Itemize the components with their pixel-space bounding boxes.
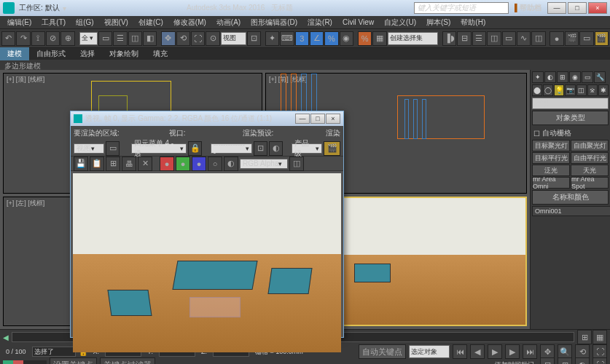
category-dropdown[interactable]: 标准▾ xyxy=(532,98,609,109)
nav-zoom-icon[interactable]: 🔍 xyxy=(558,344,572,359)
next-frame-icon[interactable]: ▶ xyxy=(505,344,520,359)
tab-selection[interactable]: 选择 xyxy=(73,47,102,60)
hierarchy-tab-icon[interactable]: ⊞ xyxy=(557,71,568,83)
redo-icon[interactable]: ↷ xyxy=(16,31,30,46)
object-name-input[interactable] xyxy=(532,206,610,216)
spacewarps-icon[interactable]: ※ xyxy=(587,84,598,96)
link-icon[interactable]: ⟟ xyxy=(31,31,45,46)
edit-selset-icon[interactable]: % xyxy=(358,31,372,46)
keyboard-icon[interactable]: ⌨ xyxy=(280,31,294,46)
prev-frame-icon[interactable]: ◀ xyxy=(470,344,485,359)
window-crossing-icon[interactable]: ◧ xyxy=(143,31,157,46)
render-setup-icon[interactable]: 🎬 xyxy=(565,31,579,46)
render-min-button[interactable]: — xyxy=(295,114,310,124)
render-env-icon[interactable]: ◐ xyxy=(269,141,283,156)
lights-icon[interactable]: 💡 xyxy=(554,84,564,96)
undo-icon[interactable]: ↶ xyxy=(1,31,15,46)
name-color-rollout[interactable]: 名称和颜色 xyxy=(532,190,609,205)
nav2-4-icon[interactable]: ⛶ xyxy=(593,357,607,364)
layers-icon[interactable]: ☰ xyxy=(472,31,486,46)
render-region-icon[interactable]: ▭ xyxy=(106,141,120,156)
help-link[interactable]: ▌帮助档 xyxy=(515,3,541,13)
clear-icon[interactable]: ✕ xyxy=(138,157,152,171)
schematic-icon[interactable]: ◫ xyxy=(531,31,545,46)
menu-group[interactable]: 组(G) xyxy=(71,16,98,29)
minimize-button[interactable]: — xyxy=(547,2,566,14)
select-region-icon[interactable]: ◫ xyxy=(128,31,142,46)
pivot-icon[interactable]: ⊡ xyxy=(247,31,261,46)
bind-icon[interactable]: ⊕ xyxy=(60,31,74,46)
spinner-snap-icon[interactable]: ◉ xyxy=(340,31,353,46)
layer-explorer-icon[interactable]: ◫ xyxy=(487,31,501,46)
render-area-dropdown[interactable]: 视图 ▾ xyxy=(74,143,104,154)
percent-snap-icon[interactable]: % xyxy=(324,31,338,46)
overlay-icon[interactable]: ◫ xyxy=(289,157,304,171)
autokey-button[interactable]: 自动关键点 xyxy=(359,344,406,359)
ribbon-toggle-icon[interactable]: ▭ xyxy=(502,31,516,46)
light-mr-omni[interactable]: mr Area Omni xyxy=(532,177,570,189)
place-icon[interactable]: ⊙ xyxy=(206,31,219,46)
align-icon[interactable]: ⊟ xyxy=(457,31,471,46)
mirror-icon[interactable]: ▐◗ xyxy=(442,31,456,46)
search-input[interactable]: 键入关键字或短语 xyxy=(414,2,509,14)
render-frame-icon[interactable]: ▭ xyxy=(579,31,593,46)
light-free-direct[interactable]: 自由平行光 xyxy=(571,152,609,164)
close-button[interactable]: × xyxy=(588,2,607,14)
menu-render[interactable]: 渲染(R) xyxy=(303,16,337,29)
nav-pan-icon[interactable]: ✥ xyxy=(540,344,555,359)
selection-filter[interactable]: 全 ▾ xyxy=(79,32,98,45)
render-icon[interactable]: 🎬 xyxy=(595,31,609,46)
keyfilter-button[interactable]: 关键点过滤器 xyxy=(100,357,155,364)
angle-snap-icon[interactable]: ∠ xyxy=(310,31,324,46)
utilities-tab-icon[interactable]: 🔧 xyxy=(594,71,606,83)
shapes-icon[interactable]: ◯ xyxy=(543,84,553,96)
clone-icon[interactable]: ⊞ xyxy=(106,157,120,171)
light-omni[interactable]: 泛光 xyxy=(532,165,570,176)
setkey-button[interactable]: 设置关键点 xyxy=(50,357,97,364)
render-max-button[interactable]: □ xyxy=(310,114,325,124)
light-skylight[interactable]: 天光 xyxy=(571,165,609,176)
selection-set-dropdown[interactable]: 创建选择集 xyxy=(388,32,439,45)
tab-modeling[interactable]: 建模 xyxy=(0,47,29,60)
select-name-icon[interactable]: ☰ xyxy=(113,31,127,46)
menu-view[interactable]: 视图(V) xyxy=(100,16,133,29)
channel-mono-icon[interactable]: ◐ xyxy=(224,157,238,171)
menu-script[interactable]: 脚本(S) xyxy=(422,16,455,29)
render-title-bar[interactable]: 透视, 帧 0, 显示 Gamma: 2.2, RGBA 颜色 16 位/通道 … xyxy=(71,111,343,126)
scale-icon[interactable]: ⛶ xyxy=(191,31,205,46)
render-frame-window[interactable]: 透视, 帧 0, 显示 Gamma: 2.2, RGBA 颜色 16 位/通道 … xyxy=(70,111,344,338)
menu-edit[interactable]: 编辑(E) xyxy=(3,16,36,29)
tab-object-paint[interactable]: 对象绘制 xyxy=(102,47,146,60)
render-setup2-icon[interactable]: ⊡ xyxy=(254,141,267,156)
menu-civilview[interactable]: Civil View xyxy=(338,17,378,28)
light-mr-spot[interactable]: mr Area Spot xyxy=(571,177,609,189)
render-lock-icon[interactable]: 🔒 xyxy=(188,141,202,156)
helpers-icon[interactable]: ◫ xyxy=(576,84,587,96)
render-go-button[interactable]: 🎬 xyxy=(324,141,340,156)
geometry-icon[interactable]: ⬤ xyxy=(532,84,542,96)
cameras-icon[interactable]: 📷 xyxy=(565,84,575,96)
channel-b-icon[interactable]: ● xyxy=(192,157,206,171)
menu-tools[interactable]: 工具(T) xyxy=(37,16,70,29)
display-tab-icon[interactable]: ▭ xyxy=(582,71,593,83)
render-prod-dropdown[interactable]: 产品级 ▾ xyxy=(292,143,322,154)
named-selset-icon[interactable]: ▦ xyxy=(372,31,386,46)
print-icon[interactable]: 🖶 xyxy=(122,157,136,171)
channel-g-icon[interactable]: ● xyxy=(176,157,190,171)
motion-tab-icon[interactable]: ◉ xyxy=(569,71,581,83)
render-close-button[interactable]: × xyxy=(326,114,340,124)
keymode-dropdown[interactable]: 选定对象 xyxy=(409,345,450,358)
modify-tab-icon[interactable]: ◐ xyxy=(544,71,556,83)
ref-coord[interactable]: 视图 xyxy=(221,32,246,45)
select-icon[interactable]: ▭ xyxy=(98,31,112,46)
save-image-icon[interactable]: 💾 xyxy=(74,157,88,171)
tab-populate[interactable]: 填充 xyxy=(146,47,175,60)
copy-image-icon[interactable]: 📋 xyxy=(90,157,104,171)
light-free-spot[interactable]: 自由聚光灯 xyxy=(571,140,609,151)
goto-end-icon[interactable]: ⏭ xyxy=(523,344,537,359)
menu-graph[interactable]: 图形编辑器(D) xyxy=(246,16,302,29)
nav-orbit-icon[interactable]: ⟲ xyxy=(575,344,590,359)
menu-modifier[interactable]: 修改器(M) xyxy=(169,16,211,29)
manipulate-icon[interactable]: ✦ xyxy=(265,31,279,46)
workspace-label[interactable]: 工作区: 默认 xyxy=(19,3,60,13)
